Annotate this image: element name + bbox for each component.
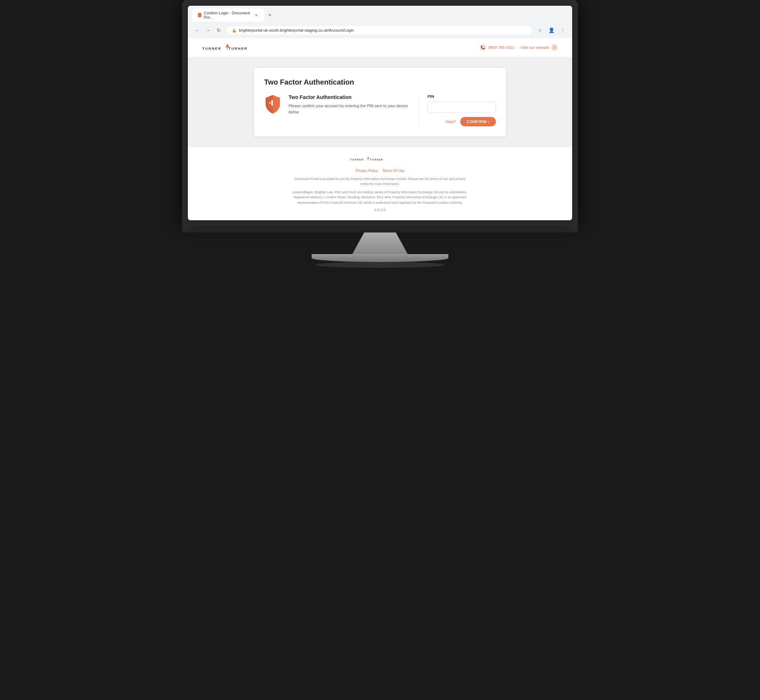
footer-links: Privacy Policy Terms Of Use	[202, 169, 558, 173]
monitor-base	[312, 254, 448, 262]
page-content: TURNER TURNER 📞	[188, 38, 572, 220]
monitor-bottom	[182, 226, 578, 233]
main-section: Two Factor Authentication	[188, 57, 572, 147]
lock-icon: 🔒	[232, 28, 237, 33]
confirm-label: CONFIRM	[467, 119, 487, 124]
nav-controls: ← → ↻	[192, 25, 224, 35]
svg-text:TURNER: TURNER	[350, 158, 364, 161]
pin-section: PIN Help? CONFIRM ›	[418, 94, 496, 126]
pin-actions: Help? CONFIRM ›	[428, 117, 496, 126]
browser-chrome: Confirm Login - Document Por... ✕ + ← → …	[188, 6, 572, 38]
shield-icon-area	[264, 94, 281, 116]
bookmark-button[interactable]: ☆	[535, 25, 545, 35]
footer-powered-text: poweredbyple, Brighter Law, PSG and HIUK…	[290, 190, 470, 205]
header-actions: 📞 0800 765 4321 Visit our website ↗	[480, 44, 558, 51]
tab-bar: Confirm Login - Document Por... ✕ +	[192, 9, 568, 22]
svg-text:TURNER: TURNER	[228, 47, 248, 50]
monitor-stand	[340, 233, 420, 254]
phone-link[interactable]: 📞 0800 765 4321	[480, 44, 515, 51]
monitor-wrapper: Confirm Login - Document Por... ✕ + ← → …	[182, 0, 578, 268]
phone-number: 0800 765 4321	[488, 45, 515, 50]
shield-icon	[264, 94, 281, 114]
footer-logo: TURNER TURNER	[202, 156, 558, 164]
confirm-button[interactable]: CONFIRM ›	[460, 117, 496, 126]
monitor-screen: Confirm Login - Document Por... ✕ + ← → …	[182, 0, 578, 226]
footer-version: 6.21.0.0	[202, 208, 558, 212]
svg-text:TURNER: TURNER	[370, 158, 384, 161]
pin-label: PIN	[428, 94, 496, 98]
browser-actions: ☆ 👤 ⋮	[535, 25, 568, 35]
new-tab-button[interactable]: +	[265, 11, 274, 19]
forward-button[interactable]: →	[203, 25, 213, 35]
tab-favicon	[198, 13, 201, 17]
profile-button[interactable]: 👤	[546, 25, 556, 35]
url-text: brighterportal-uk-south.brighterportal-s…	[239, 28, 354, 33]
privacy-policy-link[interactable]: Privacy Policy	[356, 169, 378, 173]
address-bar-row: ← → ↻ 🔒 brighterportal-uk-south.brighter…	[192, 24, 568, 38]
site-header: TURNER TURNER 📞	[188, 38, 572, 57]
footer-description: Document Portal is provided to you by Pr…	[290, 177, 470, 187]
auth-body: Two Factor Authentication Please confirm…	[264, 94, 496, 126]
tab-close-button[interactable]: ✕	[254, 12, 258, 18]
menu-button[interactable]: ⋮	[558, 25, 568, 35]
terms-of-use-link[interactable]: Terms Of Use	[382, 169, 404, 173]
site-footer: TURNER TURNER Privacy Policy Terms Of Us…	[188, 147, 572, 220]
reload-button[interactable]: ↻	[214, 25, 224, 35]
auth-subtitle: Two Factor Authentication	[289, 94, 411, 100]
external-link-icon: ↗	[551, 44, 558, 51]
back-button[interactable]: ←	[192, 25, 202, 35]
svg-rect-4	[269, 102, 271, 104]
svg-text:TURNER: TURNER	[202, 47, 221, 50]
phone-icon: 📞	[480, 44, 486, 51]
footer-logo-svg: TURNER TURNER	[350, 156, 410, 163]
confirm-arrow-icon: ›	[488, 119, 489, 124]
address-bar[interactable]: 🔒 brighterportal-uk-south.brighterportal…	[227, 26, 532, 34]
auth-description: Two Factor Authentication Please confirm…	[289, 94, 411, 115]
visit-website-link[interactable]: Visit our website ↗	[520, 44, 558, 51]
turner-turner-logo: TURNER TURNER	[202, 42, 253, 53]
help-link[interactable]: Help?	[445, 119, 456, 124]
active-tab[interactable]: Confirm Login - Document Por... ✕	[192, 9, 264, 22]
svg-rect-3	[272, 100, 273, 106]
auth-card: Two Factor Authentication	[254, 68, 506, 136]
logo-area: TURNER TURNER	[202, 42, 253, 53]
monitor-base-reflection	[315, 262, 445, 268]
browser-window: Confirm Login - Document Por... ✕ + ← → …	[188, 6, 572, 220]
tab-title: Confirm Login - Document Por...	[204, 11, 252, 19]
auth-card-title: Two Factor Authentication	[264, 78, 496, 86]
pin-input[interactable]	[428, 102, 496, 112]
visit-label: Visit our website	[520, 45, 549, 50]
auth-description-text: Please confirm your account by entering …	[289, 103, 411, 115]
